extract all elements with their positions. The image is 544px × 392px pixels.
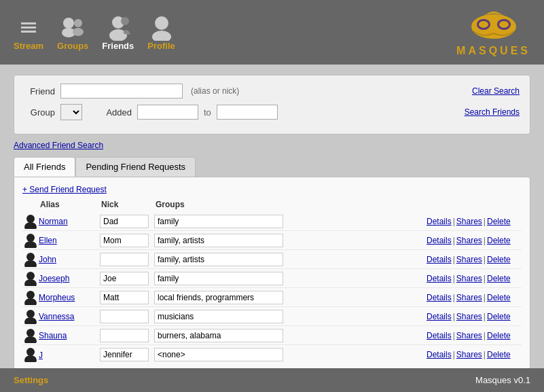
groups-input-5[interactable] [154,310,283,323]
delete-link-6[interactable]: Delete [487,331,511,340]
friend-input[interactable] [60,84,183,99]
details-link-6[interactable]: Details [427,331,452,340]
nav: Stream Groups [14,14,175,51]
shares-link-2[interactable]: Shares [456,255,482,264]
groups-icon [59,14,86,41]
delete-link-3[interactable]: Delete [487,274,511,283]
advanced-search-link[interactable]: Advanced Friend Search [14,141,103,150]
nick-col-header: Nick [101,200,156,209]
group-label: Group [24,107,55,118]
friends-panel: + Send Friend Request Alias Nick Groups … [14,177,530,368]
shares-link-1[interactable]: Shares [456,236,482,245]
added-from-input[interactable] [137,105,198,120]
friend-alias-5: Vannessa [39,311,100,321]
nick-input-4[interactable] [100,291,149,304]
friend-alias-6: Shauna [39,330,100,340]
search-friends-link[interactable]: Search Friends [465,107,520,117]
delete-link-7[interactable]: Delete [487,350,511,359]
svg-point-2 [74,19,82,27]
svg-point-0 [63,18,74,29]
logo-text: MASQUES [456,45,530,57]
friend-row: J Details | Shares | Delete [22,345,522,364]
delete-link-2[interactable]: Delete [487,255,511,264]
delete-link-4[interactable]: Delete [487,293,511,302]
svg-point-24 [24,298,37,305]
nick-input-0[interactable] [100,215,149,228]
main-content: Friend (alias or nick) Clear Search Grou… [0,65,544,368]
nick-input-5[interactable] [100,310,149,323]
shares-link-3[interactable]: Shares [456,274,482,283]
group-select[interactable] [60,104,82,120]
friends-list: Norman Details | Shares | Delete [22,212,522,364]
groups-input-4[interactable] [154,291,283,304]
nav-item-groups[interactable]: Groups [57,14,88,51]
shares-link-4[interactable]: Shares [456,293,482,302]
nav-item-stream[interactable]: Stream [14,14,43,51]
send-friend-request-link[interactable]: + Send Friend Request [22,185,107,194]
details-link-0[interactable]: Details [427,217,452,226]
groups-input-6[interactable] [154,329,283,342]
friend-icon-3 [22,271,39,286]
groups-input-7[interactable] [154,348,283,361]
friend-nick-0 [100,215,154,228]
stream-icon [15,14,42,41]
svg-point-17 [26,234,35,242]
shares-link-0[interactable]: Shares [456,217,482,226]
delete-link-1[interactable]: Delete [487,236,511,245]
profile-icon [148,14,175,41]
friend-row: John Details | Shares | Delete [22,250,522,269]
to-label: to [204,107,211,118]
nick-input-7[interactable] [100,348,149,361]
groups-input-0[interactable] [154,215,283,228]
footer: Settings Masques v0.1 [0,368,544,392]
friend-row: Ellen Details | Shares | Delete [22,231,522,250]
details-link-4[interactable]: Details [427,293,452,302]
shares-link-7[interactable]: Shares [456,350,482,359]
added-to-input[interactable] [217,105,278,120]
nav-label-profile: Profile [147,41,175,51]
details-link-3[interactable]: Details [427,274,452,283]
friend-actions-4: Details | Shares | Delete [427,293,522,302]
delete-link-5[interactable]: Delete [487,312,511,321]
tab-pending[interactable]: Pending Friend Requests [75,157,196,177]
groups-input-2[interactable] [154,253,283,266]
delete-link-0[interactable]: Delete [487,217,511,226]
details-link-5[interactable]: Details [427,312,452,321]
friend-row: Norman Details | Shares | Delete [22,212,522,231]
friend-actions-1: Details | Shares | Delete [427,236,522,245]
groups-input-3[interactable] [154,272,283,285]
version-text: Masques v0.1 [475,375,530,385]
svg-point-25 [26,310,35,318]
friend-actions-0: Details | Shares | Delete [427,217,522,226]
shares-link-6[interactable]: Shares [456,331,482,340]
friend-alias-3: Joeseph [39,273,100,283]
friend-actions-5: Details | Shares | Delete [427,312,522,321]
shares-link-5[interactable]: Shares [456,312,482,321]
alias-col-header: Alias [40,200,101,209]
svg-point-20 [24,260,37,267]
nav-item-friends[interactable]: Friends [102,14,134,51]
nick-input-2[interactable] [100,253,149,266]
friend-row: Joeseph Details | Shares | Delete [22,269,522,288]
svg-point-7 [155,16,168,30]
nav-label-groups: Groups [57,41,88,51]
friend-alias-0: Norman [39,216,100,226]
nav-item-profile[interactable]: Profile [147,14,175,51]
groups-input-1[interactable] [154,234,283,247]
svg-point-15 [26,215,35,223]
nick-input-3[interactable] [100,272,149,285]
details-link-7[interactable]: Details [427,350,452,359]
friend-icon-5 [22,309,39,324]
logo: MASQUES [456,7,530,57]
nick-input-1[interactable] [100,234,149,247]
settings-link[interactable]: Settings [14,375,48,385]
friend-icon-6 [22,328,39,343]
nick-input-6[interactable] [100,329,149,342]
svg-point-13 [499,21,509,28]
tab-all-friends[interactable]: All Friends [14,157,75,177]
friend-groups-2 [154,253,427,266]
clear-search-link[interactable]: Clear Search [472,86,520,96]
details-link-1[interactable]: Details [427,236,452,245]
details-link-2[interactable]: Details [427,255,452,264]
friend-nick-3 [100,272,154,285]
